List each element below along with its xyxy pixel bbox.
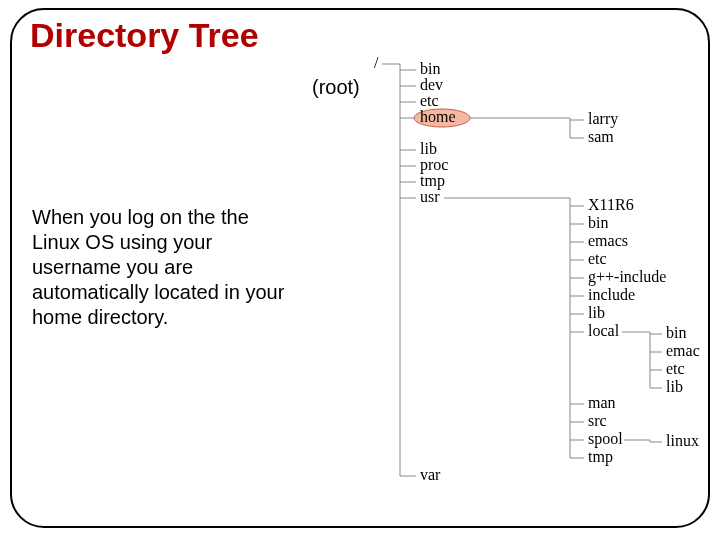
dir-usr-spool: spool <box>588 430 623 448</box>
dir-usr-x11r6: X11R6 <box>588 196 634 213</box>
dir-local-bin: bin <box>666 324 686 341</box>
dir-usr-gpp: g++-include <box>588 268 666 286</box>
root-annotation: (root) <box>312 76 360 99</box>
dir-spool-linux: linux <box>666 432 699 449</box>
dir-local-etc: etc <box>666 360 685 377</box>
tree-root: / <box>374 56 379 71</box>
dir-usr-tmp: tmp <box>588 448 613 466</box>
dir-var: var <box>420 466 441 483</box>
dir-usr-man: man <box>588 394 616 411</box>
dir-usr-etc: etc <box>588 250 607 267</box>
body-paragraph: When you log on the the Linux OS using y… <box>32 205 302 330</box>
dir-home: home <box>420 108 456 125</box>
dir-usr: usr <box>420 188 440 205</box>
dir-home-larry: larry <box>588 110 618 128</box>
dir-local-emacs: emacs <box>666 342 700 359</box>
dir-usr-lib: lib <box>588 304 605 321</box>
dir-lib: lib <box>420 140 437 157</box>
dir-usr-include: include <box>588 286 635 303</box>
slide-frame: Directory Tree (root) When you log on th… <box>10 8 710 528</box>
dir-usr-local: local <box>588 322 620 339</box>
page-title: Directory Tree <box>30 16 259 55</box>
dir-local-lib: lib <box>666 378 683 395</box>
dir-bin: bin <box>420 60 440 77</box>
dir-usr-src: src <box>588 412 607 429</box>
dir-usr-emacs: emacs <box>588 232 628 249</box>
dir-dev: dev <box>420 76 443 93</box>
directory-tree-diagram: / bin dev etc home lib proc tmp usr <box>360 56 700 516</box>
dir-usr-bin: bin <box>588 214 608 231</box>
dir-etc: etc <box>420 92 439 109</box>
dir-home-sam: sam <box>588 128 614 145</box>
